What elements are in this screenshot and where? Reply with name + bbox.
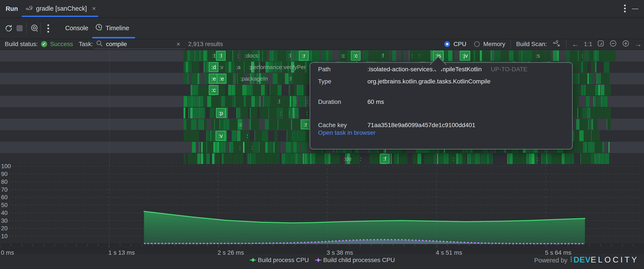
task-bar[interactable] bbox=[591, 130, 596, 141]
task-bar[interactable] bbox=[232, 130, 236, 141]
task-bar[interactable] bbox=[184, 62, 185, 72]
task-bar[interactable] bbox=[207, 142, 213, 153]
task-bar[interactable] bbox=[495, 50, 500, 61]
task-bar[interactable] bbox=[580, 130, 584, 141]
stop-button[interactable] bbox=[15, 18, 24, 39]
minimize-icon[interactable]: — bbox=[632, 5, 640, 10]
task-bar[interactable] bbox=[226, 73, 233, 84]
task-bar[interactable] bbox=[590, 108, 590, 118]
task-bar[interactable] bbox=[190, 130, 199, 141]
task-bar[interactable] bbox=[203, 96, 207, 107]
task-bar[interactable] bbox=[228, 62, 232, 72]
task-bar[interactable] bbox=[576, 142, 583, 153]
task-bar[interactable] bbox=[604, 108, 611, 118]
task-bar[interactable] bbox=[409, 50, 418, 61]
task-bar[interactable] bbox=[329, 50, 332, 61]
task-search-input[interactable]: compile bbox=[106, 41, 171, 48]
open-build-scan-icon[interactable] bbox=[552, 40, 561, 49]
task-bar[interactable] bbox=[270, 96, 275, 107]
task-bar[interactable] bbox=[226, 108, 228, 118]
task-bar[interactable] bbox=[571, 154, 574, 164]
task-bar[interactable] bbox=[401, 50, 403, 61]
task-bar[interactable] bbox=[418, 154, 421, 164]
task-bar[interactable] bbox=[196, 96, 198, 107]
task-bar[interactable] bbox=[424, 154, 433, 164]
task-bar[interactable] bbox=[250, 108, 250, 118]
task-bar[interactable] bbox=[278, 119, 284, 130]
task-bar[interactable] bbox=[284, 119, 291, 130]
task-bar[interactable] bbox=[204, 62, 205, 72]
task-bar[interactable] bbox=[576, 119, 580, 130]
task-bar[interactable] bbox=[304, 154, 308, 164]
task-bar[interactable] bbox=[557, 50, 558, 61]
task-bar[interactable] bbox=[199, 73, 200, 84]
task-bar[interactable] bbox=[282, 50, 286, 61]
task-bar[interactable] bbox=[594, 96, 596, 107]
task-bar[interactable] bbox=[192, 73, 198, 84]
task-bar[interactable] bbox=[246, 85, 252, 96]
task-bar[interactable] bbox=[586, 62, 588, 72]
tab-gradle-sancheck[interactable]: gradle [sanCheck] × bbox=[22, 0, 100, 17]
task-bar[interactable] bbox=[302, 73, 310, 84]
task-bar[interactable] bbox=[331, 154, 340, 164]
task-bar[interactable] bbox=[184, 119, 185, 130]
task-bar[interactable] bbox=[184, 108, 185, 118]
zoom-reset-button[interactable]: 1:1 bbox=[584, 41, 592, 48]
task-bar[interactable] bbox=[216, 142, 218, 153]
task-bar[interactable] bbox=[444, 50, 448, 61]
task-bar[interactable] bbox=[487, 154, 489, 164]
task-bar[interactable] bbox=[273, 50, 277, 61]
task-bar[interactable] bbox=[593, 119, 598, 130]
task-bar[interactable] bbox=[252, 96, 255, 107]
task-bar[interactable] bbox=[269, 119, 278, 130]
task-bar[interactable] bbox=[596, 50, 599, 61]
task-bar[interactable] bbox=[224, 50, 232, 61]
task-bar[interactable] bbox=[586, 142, 588, 153]
task-bar[interactable] bbox=[278, 50, 281, 61]
task-bar[interactable] bbox=[250, 119, 259, 130]
task-bar[interactable] bbox=[437, 154, 438, 164]
task-bar[interactable] bbox=[298, 154, 302, 164]
task-bar[interactable] bbox=[325, 154, 328, 164]
task-bar[interactable] bbox=[602, 142, 604, 153]
scroll-left-icon[interactable]: ← bbox=[572, 40, 579, 48]
task-bar[interactable] bbox=[310, 154, 312, 164]
task-bar[interactable] bbox=[218, 142, 219, 153]
task-bar[interactable] bbox=[286, 154, 289, 164]
task-bar[interactable] bbox=[282, 154, 286, 164]
task-bar[interactable] bbox=[605, 154, 609, 164]
task-bar[interactable] bbox=[566, 50, 570, 61]
task-bar[interactable] bbox=[581, 85, 583, 96]
task-bar[interactable] bbox=[439, 154, 443, 164]
task-bar[interactable] bbox=[479, 154, 480, 164]
task-bar[interactable] bbox=[232, 96, 234, 107]
task-bar[interactable] bbox=[188, 108, 190, 118]
task-bar[interactable] bbox=[206, 154, 210, 164]
task-bar[interactable] bbox=[199, 142, 201, 153]
task-bar[interactable] bbox=[290, 154, 294, 164]
task-bar[interactable] bbox=[297, 142, 300, 153]
task-bar[interactable] bbox=[251, 108, 257, 118]
memory-radio[interactable] bbox=[474, 41, 480, 47]
task-bar[interactable] bbox=[608, 142, 610, 153]
task-bar[interactable] bbox=[190, 50, 194, 61]
task-bar[interactable] bbox=[260, 50, 262, 61]
task-bar[interactable] bbox=[594, 142, 602, 153]
task-bar[interactable] bbox=[548, 154, 552, 164]
task-bar[interactable] bbox=[448, 50, 452, 61]
toolbar-more-options-icon[interactable]: ••• bbox=[44, 18, 52, 39]
task-bar[interactable] bbox=[580, 108, 582, 118]
task-bar[interactable] bbox=[300, 96, 305, 107]
cpu-radio-label[interactable]: CPU bbox=[454, 41, 466, 48]
task-bar[interactable] bbox=[572, 85, 581, 96]
task-bar[interactable] bbox=[225, 96, 232, 107]
task-bar[interactable] bbox=[190, 85, 192, 96]
task-bar[interactable] bbox=[241, 108, 248, 118]
task-bar[interactable] bbox=[303, 154, 304, 164]
task-bar[interactable] bbox=[475, 50, 480, 61]
task-bar[interactable] bbox=[198, 73, 198, 84]
task-bar[interactable] bbox=[474, 50, 475, 61]
task-bar[interactable] bbox=[500, 50, 509, 61]
task-bar[interactable] bbox=[275, 142, 278, 153]
task-bar[interactable] bbox=[527, 50, 532, 61]
